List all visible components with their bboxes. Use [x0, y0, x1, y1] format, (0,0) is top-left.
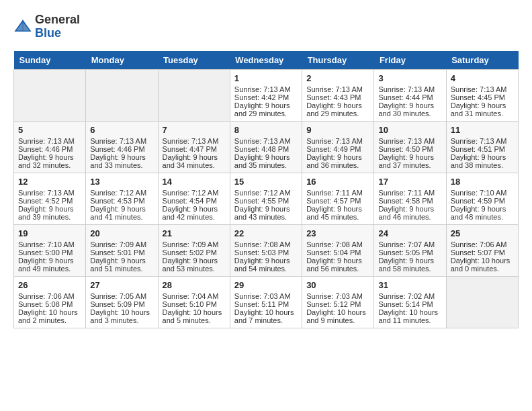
day-info: Daylight: 9 hours and 56 minutes. [306, 257, 369, 273]
day-info: Sunset: 4:52 PM [18, 197, 81, 205]
day-info: Sunset: 5:05 PM [378, 248, 441, 257]
header-day-monday: Monday [86, 51, 158, 70]
day-number: 15 [234, 177, 298, 187]
calendar-cell: 11Sunrise: 7:13 AMSunset: 4:51 PMDayligh… [446, 121, 518, 173]
day-info: Sunrise: 7:13 AM [451, 137, 514, 145]
day-info: Sunrise: 7:08 AM [306, 240, 369, 248]
day-info: Sunset: 4:46 PM [18, 145, 81, 153]
day-info: Sunrise: 7:13 AM [234, 137, 298, 145]
day-info: Daylight: 9 hours and 46 minutes. [378, 205, 441, 221]
calendar-header: SundayMondayTuesdayWednesdayThursdayFrid… [14, 51, 519, 70]
day-info: Daylight: 10 hours and 7 minutes. [234, 308, 298, 324]
calendar-cell: 13Sunrise: 7:12 AMSunset: 4:53 PMDayligh… [86, 173, 158, 224]
calendar-cell: 10Sunrise: 7:13 AMSunset: 4:50 PMDayligh… [374, 121, 446, 173]
page-header: GeneralBlue [13, 13, 519, 40]
day-info: Sunrise: 7:06 AM [18, 292, 81, 300]
day-info: Daylight: 9 hours and 36 minutes. [306, 153, 369, 169]
calendar-cell: 18Sunrise: 7:10 AMSunset: 4:59 PMDayligh… [446, 173, 518, 224]
day-info: Sunrise: 7:02 AM [378, 292, 441, 300]
day-info: Sunset: 4:51 PM [451, 145, 514, 153]
day-number: 26 [18, 280, 81, 290]
day-info: Sunset: 5:08 PM [18, 300, 81, 308]
day-info: Sunset: 4:50 PM [378, 145, 441, 153]
day-info: Sunset: 5:04 PM [306, 248, 369, 257]
day-number: 14 [163, 177, 226, 187]
calendar-cell: 3Sunrise: 7:13 AMSunset: 4:44 PMDaylight… [374, 69, 446, 121]
header-row: SundayMondayTuesdayWednesdayThursdayFrid… [14, 51, 519, 70]
day-info: Sunset: 4:44 PM [378, 93, 441, 101]
day-info: Daylight: 9 hours and 41 minutes. [90, 205, 153, 221]
day-number: 28 [163, 280, 226, 290]
day-info: Sunrise: 7:03 AM [234, 292, 298, 300]
day-info: Sunrise: 7:03 AM [306, 292, 369, 300]
calendar-cell [446, 276, 518, 328]
day-info: Daylight: 9 hours and 34 minutes. [163, 153, 226, 169]
day-number: 27 [90, 280, 153, 290]
day-info: Daylight: 9 hours and 29 minutes. [234, 101, 298, 118]
logo-text: GeneralBlue [35, 13, 80, 40]
day-info: Sunset: 5:10 PM [163, 300, 226, 308]
day-info: Daylight: 9 hours and 33 minutes. [90, 153, 153, 169]
calendar-cell [158, 69, 230, 121]
day-number: 7 [163, 125, 226, 135]
day-info: Sunset: 4:47 PM [163, 145, 226, 153]
day-number: 5 [18, 125, 81, 135]
day-number: 4 [451, 73, 514, 83]
day-number: 21 [163, 228, 226, 238]
day-info: Sunrise: 7:12 AM [163, 189, 226, 197]
day-info: Sunset: 4:49 PM [306, 145, 369, 153]
day-info: Daylight: 10 hours and 0 minutes. [451, 257, 514, 273]
calendar-cell: 2Sunrise: 7:13 AMSunset: 4:43 PMDaylight… [302, 69, 374, 121]
calendar-cell: 27Sunrise: 7:05 AMSunset: 5:09 PMDayligh… [86, 276, 158, 328]
day-info: Sunrise: 7:04 AM [163, 292, 226, 300]
day-info: Sunset: 4:43 PM [306, 93, 369, 101]
day-info: Sunrise: 7:08 AM [234, 240, 298, 248]
day-number: 6 [90, 125, 153, 135]
day-number: 13 [90, 177, 153, 187]
day-info: Daylight: 9 hours and 51 minutes. [90, 257, 153, 273]
calendar-cell: 20Sunrise: 7:09 AMSunset: 5:01 PMDayligh… [86, 224, 158, 276]
day-info: Daylight: 9 hours and 48 minutes. [451, 205, 514, 221]
day-info: Sunrise: 7:13 AM [378, 85, 441, 93]
logo: GeneralBlue [13, 13, 80, 40]
day-number: 20 [90, 228, 153, 238]
calendar-cell: 21Sunrise: 7:09 AMSunset: 5:02 PMDayligh… [158, 224, 230, 276]
header-day-sunday: Sunday [14, 51, 86, 70]
calendar-cell: 19Sunrise: 7:10 AMSunset: 5:00 PMDayligh… [14, 224, 86, 276]
day-info: Sunset: 4:53 PM [90, 197, 153, 205]
day-info: Sunrise: 7:13 AM [163, 137, 226, 145]
day-info: Sunset: 5:01 PM [90, 248, 153, 257]
calendar-cell: 25Sunrise: 7:06 AMSunset: 5:07 PMDayligh… [446, 224, 518, 276]
day-info: Daylight: 9 hours and 35 minutes. [234, 153, 298, 169]
day-number: 25 [451, 228, 514, 238]
calendar-cell: 31Sunrise: 7:02 AMSunset: 5:14 PMDayligh… [374, 276, 446, 328]
day-number: 17 [378, 177, 441, 187]
day-number: 18 [451, 177, 514, 187]
day-info: Daylight: 9 hours and 43 minutes. [234, 205, 298, 221]
day-info: Daylight: 9 hours and 37 minutes. [378, 153, 441, 169]
day-info: Sunset: 5:09 PM [90, 300, 153, 308]
day-info: Daylight: 9 hours and 32 minutes. [18, 153, 81, 169]
day-info: Sunset: 4:55 PM [234, 197, 298, 205]
calendar-cell: 29Sunrise: 7:03 AMSunset: 5:11 PMDayligh… [230, 276, 302, 328]
day-number: 8 [234, 125, 298, 135]
day-info: Sunset: 5:12 PM [306, 300, 369, 308]
header-day-wednesday: Wednesday [230, 51, 302, 70]
calendar-cell: 9Sunrise: 7:13 AMSunset: 4:49 PMDaylight… [302, 121, 374, 173]
calendar-cell: 24Sunrise: 7:07 AMSunset: 5:05 PMDayligh… [374, 224, 446, 276]
day-info: Daylight: 9 hours and 45 minutes. [306, 205, 369, 221]
week-row-3: 12Sunrise: 7:13 AMSunset: 4:52 PMDayligh… [14, 173, 519, 224]
day-number: 9 [306, 125, 369, 135]
day-info: Sunset: 4:58 PM [378, 197, 441, 205]
calendar-cell: 30Sunrise: 7:03 AMSunset: 5:12 PMDayligh… [302, 276, 374, 328]
day-number: 31 [378, 280, 441, 290]
day-info: Sunrise: 7:13 AM [451, 85, 514, 93]
day-number: 10 [378, 125, 441, 135]
logo-blue: Blue [35, 27, 80, 40]
day-info: Sunset: 4:48 PM [234, 145, 298, 153]
day-info: Daylight: 9 hours and 54 minutes. [234, 257, 298, 273]
day-info: Sunrise: 7:13 AM [90, 137, 153, 145]
calendar-cell: 7Sunrise: 7:13 AMSunset: 4:47 PMDaylight… [158, 121, 230, 173]
day-info: Daylight: 9 hours and 53 minutes. [163, 257, 226, 273]
calendar-cell: 16Sunrise: 7:11 AMSunset: 4:57 PMDayligh… [302, 173, 374, 224]
